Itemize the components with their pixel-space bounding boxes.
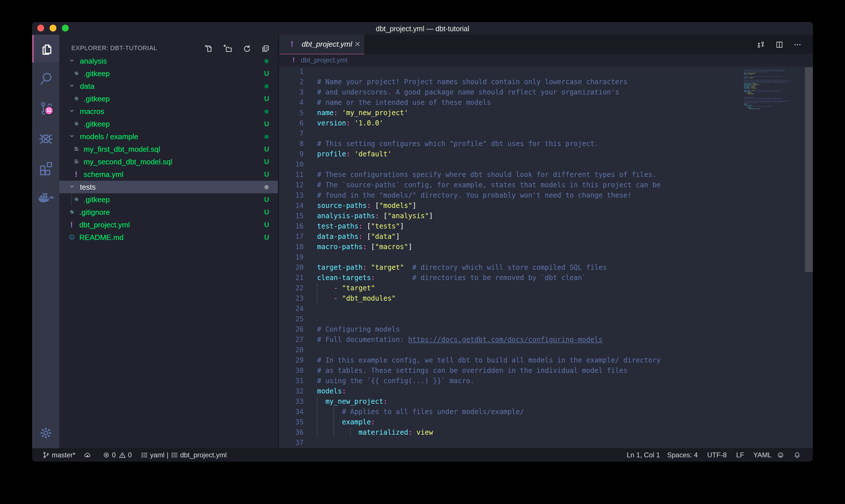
line-number: 6 <box>279 118 304 128</box>
git-untracked-badge: U <box>263 143 270 156</box>
code-line-7 <box>317 128 661 139</box>
code-line-36: materialized: view <box>317 427 661 437</box>
code-line-18: macro-paths: ["macros"] <box>317 242 661 252</box>
activity-bar: 11 <box>32 35 59 448</box>
code-line-4: # name or the intended use of these mode… <box>317 97 661 108</box>
tab-dbt-project-yml[interactable]: ! dbt_project.yml × <box>279 35 364 54</box>
line-number: 11 <box>279 169 304 180</box>
code-line-33: my_new_project: <box>317 396 661 407</box>
code-line-8: # This setting configures which "profile… <box>317 139 661 149</box>
open-changes-button[interactable] <box>756 40 766 50</box>
git-file-icon <box>73 120 80 128</box>
chevron-down-icon <box>69 183 76 191</box>
git-modified-dot <box>264 84 269 89</box>
line-number: 28 <box>279 345 304 355</box>
code-line-20: target-path: "target" # directory which … <box>317 262 661 273</box>
code-line-31: # using the `{{ config(...) }}` macro. <box>317 376 661 386</box>
status-error[interactable]: 0 <box>103 448 116 462</box>
tree-folder-tests[interactable]: tests <box>59 181 278 193</box>
line-number: 23 <box>279 293 304 304</box>
status-yaml[interactable]: YAML <box>753 448 772 462</box>
new-file-button[interactable] <box>204 44 213 53</box>
code-line-34: # Applies to all files under models/exam… <box>317 407 661 417</box>
tree-folder-data[interactable]: data <box>59 80 278 92</box>
tree-file--gitkeep[interactable]: .gitkeepU <box>59 193 278 206</box>
tree-file-dbt-project-yml[interactable]: !dbt_project.ymlU <box>59 218 278 231</box>
code-line-19 <box>317 252 661 262</box>
status-checklist[interactable]: yaml <box>141 448 164 462</box>
tree-file--gitkeep[interactable]: .gitkeepU <box>59 92 278 105</box>
line-number: 24 <box>279 304 304 314</box>
indent-guide <box>334 417 334 427</box>
tree-file-schema-yml[interactable]: !schema.ymlU <box>59 168 278 181</box>
refresh-button[interactable] <box>242 44 251 53</box>
more-actions-button[interactable] <box>793 40 802 50</box>
status-branch[interactable]: master* <box>42 448 75 462</box>
code-line-12: # The `source-paths` config, for example… <box>317 180 661 190</box>
tree-file-readme-md[interactable]: README.mdU <box>59 231 278 244</box>
tree-file-my-first-dbt-model-sql[interactable]: my_first_dbt_model.sqlU <box>59 143 278 156</box>
tree-folder-macros[interactable]: macros <box>59 105 278 118</box>
status-smiley[interactable] <box>777 448 784 462</box>
status-spaces-4[interactable]: Spaces: 4 <box>667 448 698 462</box>
line-number: 35 <box>279 417 304 427</box>
editor-scrollbar[interactable] <box>805 67 813 272</box>
activity-docker-icon[interactable] <box>32 184 59 211</box>
line-number: 19 <box>279 252 304 262</box>
title-bar[interactable]: dbt_project.yml — dbt-tutorial <box>32 22 813 35</box>
tree-folder-analysis[interactable]: analysis <box>59 55 278 67</box>
indent-guide <box>334 407 334 417</box>
status-ln-1-col-1[interactable]: Ln 1, Col 1 <box>627 448 660 462</box>
git-modified-dot <box>264 109 269 114</box>
line-number: 12 <box>279 180 304 190</box>
line-number: 16 <box>279 221 304 231</box>
activity-source-control-icon[interactable]: 11 <box>32 94 59 122</box>
status-bell[interactable] <box>793 448 801 462</box>
vscode-window: dbt_project.yml — dbt-tutorial 11 EXPLOR… <box>32 22 813 462</box>
minimap[interactable]: # Name your project! Project names shoul… <box>744 68 793 143</box>
activity-search-icon[interactable] <box>32 65 59 92</box>
tree-file--gitkeep[interactable]: .gitkeepU <box>59 67 278 80</box>
activity-explorer-icon[interactable] <box>32 35 59 62</box>
code-line-29: # In this example config, we tell dbt to… <box>317 355 661 365</box>
activity-debug-icon[interactable] <box>32 124 59 152</box>
activity-extensions-icon[interactable] <box>32 154 59 182</box>
code-line-17: data-paths: ["data"] <box>317 231 661 242</box>
code-line-24 <box>317 304 661 314</box>
breadcrumb[interactable]: ! dbt_project.yml <box>279 54 813 67</box>
status-lf[interactable]: LF <box>736 448 744 462</box>
code-content[interactable]: # Name your project! Project names shoul… <box>317 67 661 448</box>
tree-file--gitignore[interactable]: .gitignoreU <box>59 206 278 218</box>
indent-guide <box>317 283 317 293</box>
git-modified-dot <box>264 59 269 63</box>
sql-file-icon <box>73 145 80 153</box>
status--: | <box>167 448 168 462</box>
status-cloud[interactable] <box>84 448 91 462</box>
collapse-all-button[interactable] <box>261 44 270 53</box>
status-warning[interactable]: 0 <box>119 448 132 462</box>
new-folder-button[interactable] <box>223 44 232 53</box>
code-line-23: - "dbt_modules" <box>317 293 661 304</box>
git-file-icon <box>73 196 80 203</box>
tree-indent-guide <box>71 193 72 206</box>
activity-settings-icon[interactable] <box>32 419 59 447</box>
line-number: 8 <box>279 139 304 149</box>
status-utf-8[interactable]: UTF-8 <box>707 448 727 462</box>
line-number: 15 <box>279 211 304 221</box>
line-number: 22 <box>279 283 304 293</box>
code-line-26: # Configuring models <box>317 324 661 335</box>
tree-folder-models-example[interactable]: models / example <box>59 130 278 143</box>
code-line-2: # Name your project! Project names shoul… <box>317 77 661 87</box>
status-checklist[interactable]: dbt_project.yml <box>171 448 227 462</box>
code-line-16: test-paths: ["tests"] <box>317 221 661 231</box>
line-number: 37 <box>279 437 304 448</box>
line-number: 26 <box>279 324 304 335</box>
code-line-32: models: <box>317 386 661 396</box>
tab-close-icon[interactable]: × <box>353 35 362 54</box>
chevron-down-icon <box>69 57 76 65</box>
line-number: 33 <box>279 396 304 407</box>
tree-file--gitkeep[interactable]: .gitkeepU <box>59 118 278 130</box>
split-editor-button[interactable] <box>775 40 784 50</box>
tree-file-my-second-dbt-model-sql[interactable]: my_second_dbt_model.sqlU <box>59 156 278 168</box>
line-number: 1 <box>279 67 304 77</box>
